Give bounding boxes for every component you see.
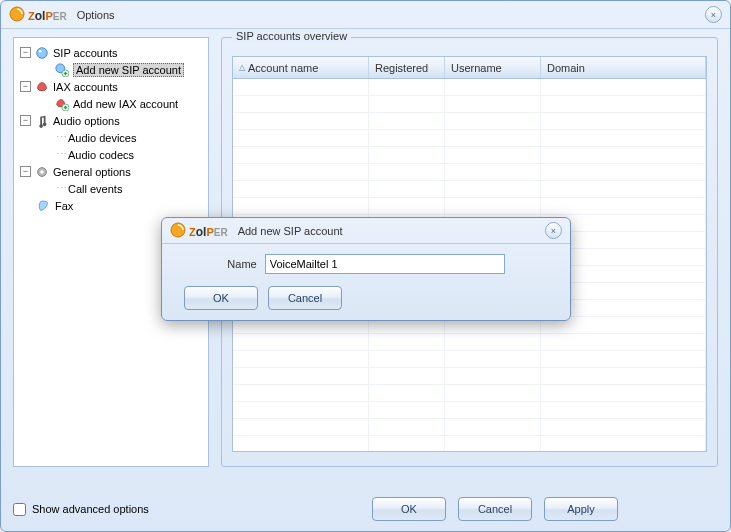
svg-point-7: [40, 170, 44, 174]
dialog-buttons: OK Cancel: [176, 286, 556, 310]
table-row[interactable]: [233, 368, 706, 385]
table-row[interactable]: [233, 385, 706, 402]
tree-add-sip[interactable]: Add new SIP account: [18, 61, 204, 78]
advanced-checkbox-input[interactable]: [13, 503, 26, 516]
dialog-titlebar: ZoIPER Add new SIP account ×: [162, 218, 570, 244]
zoiper-icon: [9, 6, 25, 24]
tree-label: SIP accounts: [53, 47, 118, 59]
logo-text: ZoIPER: [189, 223, 228, 239]
titlebar: ZoIPER Options ×: [1, 1, 730, 29]
tree-label: IAX accounts: [53, 81, 118, 93]
bottom-buttons: OK Cancel Apply: [372, 497, 718, 521]
apply-button[interactable]: Apply: [544, 497, 618, 521]
tree-label: General options: [53, 166, 131, 178]
col-domain[interactable]: Domain: [541, 57, 706, 78]
dialog-title: Add new SIP account: [238, 225, 343, 237]
close-button[interactable]: ×: [705, 6, 722, 23]
tree-audio-options[interactable]: − Audio options: [18, 112, 204, 129]
advanced-checkbox[interactable]: Show advanced options: [13, 503, 149, 516]
app-logo: ZoIPER: [170, 222, 228, 240]
expander-icon[interactable]: −: [20, 115, 31, 126]
svg-point-2: [39, 49, 42, 52]
col-label: Username: [451, 62, 502, 74]
col-account-name[interactable]: △ Account name: [233, 57, 369, 78]
expander-icon[interactable]: −: [20, 81, 31, 92]
table-header: △ Account name Registered Username Domai…: [233, 57, 706, 79]
app-logo: ZoIPER: [9, 6, 67, 24]
bottom-bar: Show advanced options OK Cancel Apply: [13, 497, 718, 521]
table-row[interactable]: [233, 334, 706, 351]
name-input[interactable]: [265, 254, 505, 274]
dialog-body: Name OK Cancel: [162, 244, 570, 320]
tree-label: Call events: [68, 183, 122, 195]
music-note-icon: [34, 113, 50, 129]
cancel-button[interactable]: Cancel: [458, 497, 532, 521]
expander-icon[interactable]: −: [20, 47, 31, 58]
table-row[interactable]: [233, 164, 706, 181]
col-registered[interactable]: Registered: [369, 57, 445, 78]
table-row[interactable]: [233, 181, 706, 198]
name-label: Name: [227, 258, 256, 270]
table-row[interactable]: [233, 198, 706, 215]
expander-icon[interactable]: −: [20, 166, 31, 177]
table-row[interactable]: [233, 436, 706, 452]
tree-label: Add new SIP account: [73, 63, 184, 77]
phone-red-add-icon: [54, 96, 70, 112]
phone-red-icon: [34, 79, 50, 95]
logo-text: ZoIPER: [28, 7, 67, 23]
col-label: Registered: [375, 62, 428, 74]
sort-asc-icon: △: [239, 63, 245, 72]
tree-label: Audio devices: [68, 132, 137, 144]
ok-button[interactable]: OK: [372, 497, 446, 521]
tree-connector: ⋯: [54, 131, 68, 144]
zoiper-icon: [170, 222, 186, 240]
phone-add-icon: [54, 62, 70, 78]
col-label: Account name: [248, 62, 318, 74]
table-row[interactable]: [233, 130, 706, 147]
table-row[interactable]: [233, 351, 706, 368]
dialog-close-button[interactable]: ×: [545, 222, 562, 239]
col-username[interactable]: Username: [445, 57, 541, 78]
tree-connector: ⋯: [54, 182, 68, 195]
options-window: ZoIPER Options × − SIP accounts Add new …: [0, 0, 731, 532]
table-row[interactable]: [233, 79, 706, 96]
table-row[interactable]: [233, 147, 706, 164]
phone-icon: [34, 45, 50, 61]
tree-add-iax[interactable]: Add new IAX account: [18, 95, 204, 112]
tree-label: Audio options: [53, 115, 120, 127]
tree-label: Add new IAX account: [73, 98, 178, 110]
tree-label: Audio codecs: [68, 149, 134, 161]
tree-sip-accounts[interactable]: − SIP accounts: [18, 44, 204, 61]
tree-fax[interactable]: Fax: [18, 197, 204, 214]
table-row[interactable]: [233, 419, 706, 436]
advanced-label: Show advanced options: [32, 503, 149, 515]
tree-iax-accounts[interactable]: − IAX accounts: [18, 78, 204, 95]
gear-icon: [34, 164, 50, 180]
tree-audio-devices[interactable]: ⋯ Audio devices: [18, 129, 204, 146]
table-row[interactable]: [233, 402, 706, 419]
tree-general-options[interactable]: − General options: [18, 163, 204, 180]
table-row[interactable]: [233, 96, 706, 113]
svg-point-1: [37, 47, 48, 58]
dialog-cancel-button[interactable]: Cancel: [268, 286, 342, 310]
name-field-row: Name: [176, 254, 556, 274]
add-sip-dialog: ZoIPER Add new SIP account × Name OK Can…: [161, 217, 571, 321]
tree-call-events[interactable]: ⋯ Call events: [18, 180, 204, 197]
window-title: Options: [77, 9, 115, 21]
dialog-ok-button[interactable]: OK: [184, 286, 258, 310]
fax-icon: [36, 198, 52, 214]
col-label: Domain: [547, 62, 585, 74]
tree-label: Fax: [55, 200, 73, 212]
tree-audio-codecs[interactable]: ⋯ Audio codecs: [18, 146, 204, 163]
table-row[interactable]: [233, 113, 706, 130]
groupbox-title: SIP accounts overview: [232, 30, 351, 42]
tree-connector: ⋯: [54, 148, 68, 161]
